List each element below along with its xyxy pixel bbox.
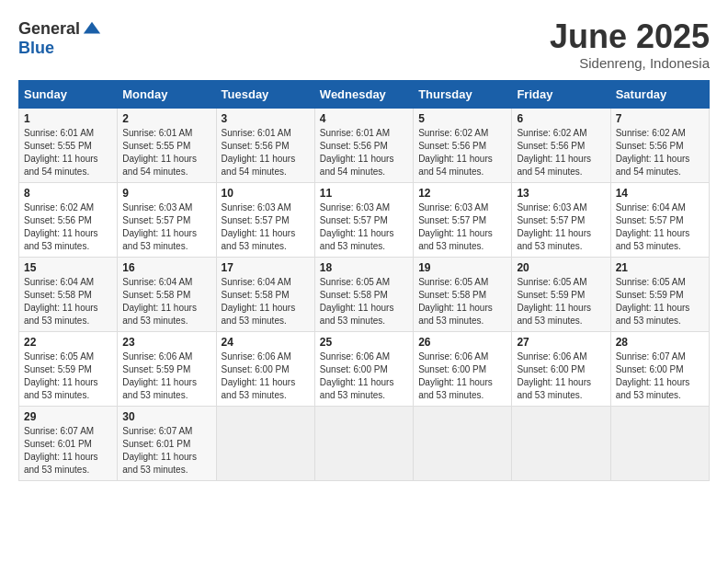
day-number: 4 [320, 112, 408, 125]
calendar-cell: 30Sunrise: 6:07 AMSunset: 6:01 PMDayligh… [118, 406, 216, 480]
calendar-cell: 25Sunrise: 6:06 AMSunset: 6:00 PMDayligh… [314, 331, 413, 406]
calendar-cell [216, 406, 314, 480]
calendar-table: SundayMondayTuesdayWednesdayThursdayFrid… [18, 80, 710, 481]
day-info: Sunrise: 6:01 AMSunset: 5:55 PMDaylight:… [122, 127, 210, 178]
day-number: 25 [320, 336, 408, 349]
day-info: Sunrise: 6:01 AMSunset: 5:56 PMDaylight:… [222, 127, 310, 178]
calendar-cell: 7Sunrise: 6:02 AMSunset: 5:56 PMDaylight… [610, 108, 709, 182]
day-info: Sunrise: 6:01 AMSunset: 5:56 PMDaylight:… [320, 127, 408, 178]
day-info: Sunrise: 6:06 AMSunset: 6:00 PMDaylight:… [517, 350, 605, 402]
day-info: Sunrise: 6:03 AMSunset: 5:57 PMDaylight:… [517, 201, 605, 253]
calendar-cell: 27Sunrise: 6:06 AMSunset: 6:00 PMDayligh… [512, 331, 610, 406]
day-of-week-header: Thursday [414, 80, 512, 108]
day-info: Sunrise: 6:06 AMSunset: 6:00 PMDaylight:… [418, 350, 506, 402]
day-info: Sunrise: 6:07 AMSunset: 6:01 PMDaylight:… [24, 425, 112, 477]
day-info: Sunrise: 6:03 AMSunset: 5:57 PMDaylight:… [418, 201, 506, 253]
day-number: 23 [122, 336, 210, 349]
title-block: June 2025 Sidenreng, Indonesia [550, 18, 710, 71]
calendar-cell: 17Sunrise: 6:04 AMSunset: 5:58 PMDayligh… [216, 257, 314, 331]
day-number: 29 [24, 410, 112, 423]
day-number: 15 [24, 261, 112, 274]
calendar-cell: 8Sunrise: 6:02 AMSunset: 5:56 PMDaylight… [19, 182, 118, 257]
day-info: Sunrise: 6:03 AMSunset: 5:57 PMDaylight:… [320, 201, 408, 253]
calendar-cell: 28Sunrise: 6:07 AMSunset: 6:00 PMDayligh… [610, 331, 709, 406]
day-info: Sunrise: 6:04 AMSunset: 5:58 PMDaylight:… [24, 276, 112, 327]
day-info: Sunrise: 6:06 AMSunset: 6:00 PMDaylight:… [222, 350, 310, 402]
calendar-cell: 24Sunrise: 6:06 AMSunset: 6:00 PMDayligh… [216, 331, 314, 406]
day-info: Sunrise: 6:05 AMSunset: 5:58 PMDaylight:… [418, 276, 506, 327]
day-number: 22 [24, 336, 112, 349]
day-info: Sunrise: 6:05 AMSunset: 5:59 PMDaylight:… [517, 276, 605, 327]
calendar-cell: 4Sunrise: 6:01 AMSunset: 5:56 PMDaylight… [314, 108, 413, 182]
day-info: Sunrise: 6:03 AMSunset: 5:57 PMDaylight:… [222, 201, 310, 253]
day-number: 9 [122, 187, 210, 200]
calendar-week-row: 8Sunrise: 6:02 AMSunset: 5:56 PMDaylight… [19, 182, 710, 257]
location-text: Sidenreng, Indonesia [550, 55, 710, 71]
calendar-cell: 14Sunrise: 6:04 AMSunset: 5:57 PMDayligh… [610, 182, 709, 257]
calendar-cell: 18Sunrise: 6:05 AMSunset: 5:58 PMDayligh… [314, 257, 413, 331]
day-number: 1 [24, 112, 112, 125]
calendar-header-row: SundayMondayTuesdayWednesdayThursdayFrid… [19, 80, 710, 108]
day-number: 2 [122, 112, 210, 125]
calendar-cell: 21Sunrise: 6:05 AMSunset: 5:59 PMDayligh… [610, 257, 709, 331]
day-info: Sunrise: 6:02 AMSunset: 5:56 PMDaylight:… [616, 127, 704, 178]
day-number: 24 [222, 336, 310, 349]
logo: General Blue [18, 18, 102, 58]
day-info: Sunrise: 6:02 AMSunset: 5:56 PMDaylight:… [418, 127, 506, 178]
calendar-cell: 29Sunrise: 6:07 AMSunset: 6:01 PMDayligh… [19, 406, 118, 480]
day-number: 27 [517, 336, 605, 349]
calendar-cell: 20Sunrise: 6:05 AMSunset: 5:59 PMDayligh… [512, 257, 610, 331]
day-number: 13 [517, 187, 605, 200]
calendar-cell: 26Sunrise: 6:06 AMSunset: 6:00 PMDayligh… [414, 331, 512, 406]
day-number: 20 [517, 261, 605, 274]
day-number: 12 [418, 187, 506, 200]
day-number: 5 [418, 112, 506, 125]
day-info: Sunrise: 6:04 AMSunset: 5:57 PMDaylight:… [616, 201, 704, 253]
day-info: Sunrise: 6:06 AMSunset: 5:59 PMDaylight:… [122, 350, 210, 402]
calendar-cell: 10Sunrise: 6:03 AMSunset: 5:57 PMDayligh… [216, 182, 314, 257]
page-header: General Blue June 2025 Sidenreng, Indone… [18, 18, 710, 71]
calendar-cell: 22Sunrise: 6:05 AMSunset: 5:59 PMDayligh… [19, 331, 118, 406]
calendar-cell: 11Sunrise: 6:03 AMSunset: 5:57 PMDayligh… [314, 182, 413, 257]
month-title: June 2025 [550, 18, 710, 55]
day-number: 6 [517, 112, 605, 125]
day-number: 21 [616, 261, 704, 274]
logo-icon [82, 18, 102, 39]
day-of-week-header: Sunday [19, 80, 118, 108]
calendar-cell: 12Sunrise: 6:03 AMSunset: 5:57 PMDayligh… [414, 182, 512, 257]
day-info: Sunrise: 6:05 AMSunset: 5:58 PMDaylight:… [320, 276, 408, 327]
calendar-cell: 5Sunrise: 6:02 AMSunset: 5:56 PMDaylight… [414, 108, 512, 182]
day-of-week-header: Saturday [610, 80, 709, 108]
day-of-week-header: Tuesday [216, 80, 314, 108]
svg-marker-0 [84, 22, 100, 34]
calendar-cell: 3Sunrise: 6:01 AMSunset: 5:56 PMDaylight… [216, 108, 314, 182]
day-number: 26 [418, 336, 506, 349]
day-info: Sunrise: 6:06 AMSunset: 6:00 PMDaylight:… [320, 350, 408, 402]
day-number: 28 [616, 336, 704, 349]
day-number: 19 [418, 261, 506, 274]
day-info: Sunrise: 6:01 AMSunset: 5:55 PMDaylight:… [24, 127, 112, 178]
day-of-week-header: Monday [118, 80, 216, 108]
calendar-cell [512, 406, 610, 480]
calendar-cell [414, 406, 512, 480]
calendar-cell: 16Sunrise: 6:04 AMSunset: 5:58 PMDayligh… [118, 257, 216, 331]
calendar-cell: 6Sunrise: 6:02 AMSunset: 5:56 PMDaylight… [512, 108, 610, 182]
day-info: Sunrise: 6:02 AMSunset: 5:56 PMDaylight:… [517, 127, 605, 178]
day-number: 30 [122, 410, 210, 423]
day-info: Sunrise: 6:04 AMSunset: 5:58 PMDaylight:… [222, 276, 310, 327]
calendar-week-row: 15Sunrise: 6:04 AMSunset: 5:58 PMDayligh… [19, 257, 710, 331]
day-info: Sunrise: 6:02 AMSunset: 5:56 PMDaylight:… [24, 201, 112, 253]
day-info: Sunrise: 6:05 AMSunset: 5:59 PMDaylight:… [616, 276, 704, 327]
logo-general-text: General [18, 19, 80, 39]
day-number: 3 [222, 112, 310, 125]
day-of-week-header: Friday [512, 80, 610, 108]
calendar-cell [314, 406, 413, 480]
calendar-cell: 13Sunrise: 6:03 AMSunset: 5:57 PMDayligh… [512, 182, 610, 257]
day-number: 16 [122, 261, 210, 274]
day-info: Sunrise: 6:05 AMSunset: 5:59 PMDaylight:… [24, 350, 112, 402]
calendar-cell: 19Sunrise: 6:05 AMSunset: 5:58 PMDayligh… [414, 257, 512, 331]
day-number: 11 [320, 187, 408, 200]
day-number: 14 [616, 187, 704, 200]
day-number: 7 [616, 112, 704, 125]
calendar-cell: 1Sunrise: 6:01 AMSunset: 5:55 PMDaylight… [19, 108, 118, 182]
